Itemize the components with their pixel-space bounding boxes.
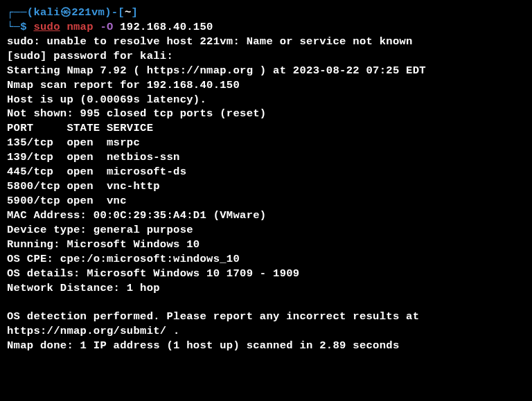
prompt-dollar: $ <box>20 21 33 33</box>
prompt-at-icon: ㉿ <box>60 6 71 19</box>
output-os-details: OS details: Microsoft Windows 10 1709 - … <box>7 267 525 281</box>
cmd-flag: -O <box>100 21 113 33</box>
output-os-cpe: OS CPE: cpe:/o:microsoft:windows_10 <box>7 252 525 267</box>
prompt-host: 221vm <box>71 6 105 19</box>
output-host-up: Host is up (0.00069s latency). <box>7 93 525 107</box>
port-row: 135/tcp open msrpc <box>7 136 525 150</box>
blank-line <box>7 295 525 310</box>
box-corner-top: ┌──( <box>7 6 33 19</box>
port-row: 445/tcp open microsoft-ds <box>7 165 525 179</box>
port-row: 5800/tcp open vnc-http <box>7 179 525 194</box>
output-password-prompt: [sudo] password for kali: <box>7 49 525 64</box>
box-corner-bottom: └─ <box>7 21 20 33</box>
box-bracket-close: ] <box>132 6 139 19</box>
prompt-path: ~ <box>125 6 132 19</box>
cmd-target: 192.168.40.150 <box>120 21 213 33</box>
output-scan-report: Nmap scan report for 192.168.40.150 <box>7 78 525 93</box>
cmd-sudo: sudo <box>33 21 60 33</box>
box-bracket: )-[ <box>105 6 125 19</box>
port-table-header: PORT STATE SERVICE <box>7 121 525 136</box>
output-os-detection: OS detection performed. Please report an… <box>7 310 525 339</box>
output-nmap-start: Starting Nmap 7.92 ( https://nmap.org ) … <box>7 64 525 78</box>
prompt-command-line[interactable]: └─$ sudo nmap -O 192.168.40.150 <box>7 20 525 35</box>
output-running: Running: Microsoft Windows 10 <box>7 238 525 252</box>
port-row: 5900/tcp open vnc <box>7 194 525 208</box>
cmd-nmap: nmap <box>66 21 93 33</box>
output-sudo-error: sudo: unable to resolve host 221vm: Name… <box>7 35 525 49</box>
prompt-user: kali <box>33 6 60 19</box>
output-device-type: Device type: general purpose <box>7 223 525 238</box>
output-mac-address: MAC Address: 00:0C:29:35:A4:D1 (VMware) <box>7 208 525 223</box>
output-not-shown: Not shown: 995 closed tcp ports (reset) <box>7 107 525 121</box>
output-network-distance: Network Distance: 1 hop <box>7 281 525 296</box>
output-nmap-done: Nmap done: 1 IP address (1 host up) scan… <box>7 339 525 353</box>
port-row: 139/tcp open netbios-ssn <box>7 150 525 165</box>
prompt-top-line: ┌──(kali㉿221vm)-[~] <box>7 6 525 20</box>
